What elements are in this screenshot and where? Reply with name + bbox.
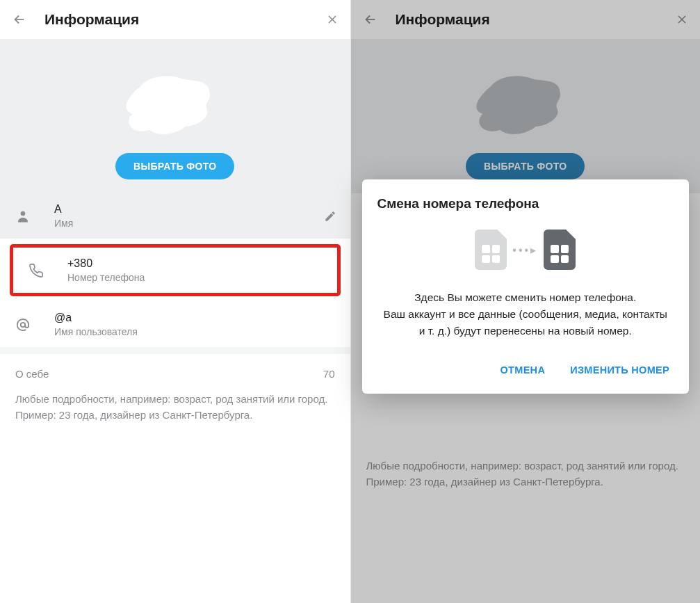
sim-illustration: •••▸ (377, 230, 674, 270)
close-icon[interactable] (323, 10, 342, 29)
phone-value: +380 (67, 257, 323, 270)
about-limit: 70 (323, 368, 335, 380)
page-title: Информация (44, 11, 323, 28)
info-pane-left: Информация ВЫБРАТЬ ФОТО А Имя +380 Номер… (0, 0, 350, 603)
dialog-body-line-3: и т. д.) будут перенесены на новый номер… (382, 323, 670, 339)
svg-point-1 (21, 322, 25, 326)
dialog-title: Смена номера телефона (377, 196, 674, 211)
sim-new-icon (544, 230, 576, 270)
cancel-button[interactable]: ОТМЕНА (498, 357, 548, 383)
hint-line-1: Любые подробности, например: возраст, ро… (15, 391, 335, 407)
back-icon[interactable] (10, 10, 29, 29)
sim-old-icon (475, 230, 507, 270)
name-label: Имя (54, 218, 303, 229)
section-separator (0, 347, 350, 354)
name-value: А (54, 203, 303, 216)
at-icon (13, 316, 33, 333)
username-value: @a (54, 312, 336, 324)
dialog-body: Здесь Вы можете сменить номер телефона. … (377, 289, 674, 339)
hint-line-2: Пример: 23 года, дизайнер из Санкт-Петер… (15, 407, 335, 423)
header: Информация (0, 0, 350, 39)
dialog-actions: ОТМЕНА ИЗМЕНИТЬ НОМЕР (377, 357, 674, 383)
pencil-icon[interactable] (324, 210, 336, 223)
choose-photo-button[interactable]: ВЫБРАТЬ ФОТО (115, 153, 234, 179)
about-hint: Любые подробности, например: возраст, ро… (0, 384, 350, 431)
phone-label: Номер телефона (67, 272, 323, 283)
change-number-dialog: Смена номера телефона •••▸ Здесь Вы може… (362, 179, 690, 394)
username-row[interactable]: @a Имя пользователя (0, 302, 350, 347)
photo-placeholder-icon (117, 68, 232, 145)
name-row[interactable]: А Имя (0, 193, 350, 239)
person-icon (13, 208, 33, 225)
username-label: Имя пользователя (54, 326, 336, 337)
about-label: О себе (15, 368, 49, 380)
photo-area: ВЫБРАТЬ ФОТО (0, 39, 350, 193)
phone-row-highlight: +380 Номер телефона (10, 244, 341, 296)
info-pane-right: Информация ВЫБРАТЬ ФОТО Любые подробност… (350, 0, 701, 603)
change-number-button[interactable]: ИЗМЕНИТЬ НОМЕР (567, 357, 672, 383)
arrow-dots-icon: •••▸ (512, 243, 538, 257)
phone-icon (26, 263, 47, 278)
about-row[interactable]: О себе 70 (0, 354, 350, 384)
svg-point-0 (21, 211, 26, 216)
dialog-body-line-2: Ваш аккаунт и все данные (сообщения, мед… (382, 306, 670, 323)
dialog-body-line-1: Здесь Вы можете сменить номер телефона. (382, 289, 670, 306)
phone-row[interactable]: +380 Номер телефона (13, 248, 337, 293)
